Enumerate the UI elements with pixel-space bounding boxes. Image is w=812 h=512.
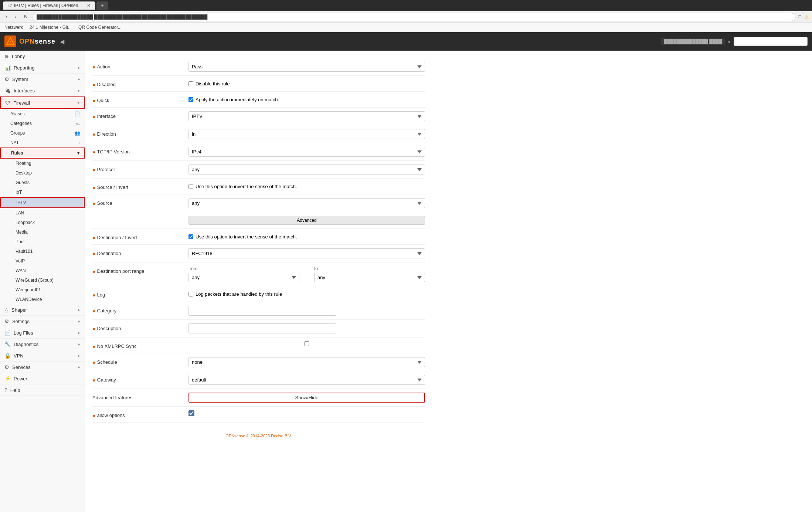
- sidebar-item-interfaces[interactable]: 🔌 Interfaces ▸: [0, 85, 85, 96]
- gateway-select[interactable]: default: [188, 375, 425, 385]
- source-invert-checkbox-label[interactable]: Use this option to invert the sense of t…: [188, 182, 425, 189]
- sidebar-item-help[interactable]: ? Help: [0, 384, 85, 396]
- category-input[interactable]: [188, 306, 336, 316]
- sidebar-sub-guests[interactable]: Guests: [0, 178, 85, 187]
- dest-control: RFC1918: [188, 248, 425, 258]
- sidebar-item-vpn[interactable]: 🔒 VPN ▸: [0, 350, 85, 362]
- sidebar-item-reporting[interactable]: 📊 Reporting ▸: [0, 62, 85, 74]
- refresh-button[interactable]: ↻: [21, 13, 30, 21]
- sidebar-item-log-files[interactable]: 📄 Log Files ▸: [0, 327, 85, 339]
- top-nav: ! OPNsense ◀ ██████████████ ████ ●: [0, 32, 812, 51]
- active-tab[interactable]: 🛡 IPTV | Rules | Firewall | OPNsen... ✕: [3, 1, 95, 10]
- back-button[interactable]: ‹: [3, 13, 10, 21]
- sidebar-sub-wireguard-group[interactable]: WireGuard (Group): [0, 275, 85, 285]
- category-control: [188, 306, 425, 316]
- dest-port-control: from: any to: any: [188, 266, 425, 282]
- sidebar-item-shaper[interactable]: △ Shaper ▸: [0, 304, 85, 316]
- show-hide-button[interactable]: Show/Hide: [188, 393, 425, 403]
- bookmark-milestone[interactable]: 24.1 Milestone - Git...: [28, 24, 73, 31]
- sidebar-sub-aliases[interactable]: Aliases 📄: [0, 109, 85, 119]
- firewall-icon: 🛡: [5, 100, 10, 106]
- print-label: Print: [16, 239, 25, 244]
- sidebar-item-settings[interactable]: ⚙ Settings ▸: [0, 316, 85, 327]
- sidebar-item-label-power: Power: [14, 376, 27, 382]
- log-checkbox[interactable]: [188, 292, 193, 296]
- dest-port-to-col: to: any: [314, 266, 425, 282]
- source-select[interactable]: any: [188, 198, 425, 208]
- dest-port-to-select[interactable]: any: [314, 273, 425, 282]
- sidebar-sub-wireguard01[interactable]: Wireguard01: [0, 285, 85, 295]
- log-checkbox-label[interactable]: Log packets that are handled by this rul…: [188, 290, 425, 297]
- shaper-icon: △: [4, 307, 9, 313]
- sidebar-item-label-settings: Settings: [12, 319, 30, 324]
- sidebar-sub-desktop[interactable]: Desktop: [0, 168, 85, 178]
- sidebar-collapse-button[interactable]: ◀: [60, 38, 64, 45]
- source-advanced-button[interactable]: Advanced: [188, 216, 425, 225]
- interface-select[interactable]: IPTV: [188, 111, 425, 121]
- action-control: Pass: [188, 62, 425, 72]
- logo-text: OPNsense: [19, 38, 55, 45]
- sidebar-sub-iot[interactable]: IoT: [0, 187, 85, 197]
- diagnostics-arrow: ▸: [78, 342, 80, 347]
- xmlrpc-checkbox[interactable]: [188, 341, 425, 346]
- tcpip-select[interactable]: IPv4: [188, 147, 425, 157]
- sidebar-item-services[interactable]: ⚙ Services ▸: [0, 362, 85, 373]
- footer: OPNsense © 2014-2023 Deciso B.V.: [92, 430, 425, 442]
- sidebar-sub-rules[interactable]: Rules ▾: [0, 148, 85, 159]
- sidebar-sub-nat[interactable]: NAT ↕: [0, 138, 85, 148]
- sidebar-sub-vault101[interactable]: Vault101: [0, 247, 85, 256]
- sidebar-sub-floating[interactable]: Floating: [0, 159, 85, 168]
- sidebar-sub-lan[interactable]: LAN: [0, 208, 85, 218]
- sidebar-sub-iptv[interactable]: IPTV: [0, 197, 85, 208]
- bookmark-qr[interactable]: QR Code Generator...: [77, 24, 123, 31]
- direction-control: in: [188, 129, 425, 139]
- vpn-icon: 🔒: [4, 353, 11, 359]
- quick-checkbox[interactable]: [188, 97, 193, 102]
- dest-invert-checkbox-label[interactable]: Use this option to invert the sense of t…: [188, 233, 425, 240]
- quick-checkbox-label[interactable]: Apply the action immediately on match.: [188, 95, 425, 102]
- dest-invert-checkbox[interactable]: [188, 234, 193, 239]
- sidebar-sub-wlandevice[interactable]: WLANDevice: [0, 295, 85, 304]
- sidebar-sub-loopback[interactable]: Loopback: [0, 218, 85, 227]
- address-bar[interactable]: [33, 13, 795, 21]
- disabled-checkbox-label[interactable]: Disable this rule: [188, 79, 425, 87]
- schedule-select[interactable]: none: [188, 357, 425, 367]
- search-input[interactable]: [734, 37, 808, 46]
- sidebar-item-power[interactable]: ⚡ Power: [0, 373, 85, 384]
- source-invert-checkbox[interactable]: [188, 184, 193, 189]
- sidebar-sub-wan[interactable]: WAN: [0, 266, 85, 275]
- new-tab-button[interactable]: +: [96, 1, 108, 10]
- destination-select[interactable]: RFC1918: [188, 248, 425, 258]
- tab-close-icon[interactable]: ✕: [87, 3, 91, 8]
- sidebar-sub-categories[interactable]: Categories 🏷: [0, 119, 85, 128]
- wan-label: WAN: [16, 268, 26, 273]
- advanced-features-control: Show/Hide: [188, 393, 425, 403]
- sidebar-sub-print[interactable]: Print: [0, 237, 85, 247]
- source-advanced-control: Advanced: [188, 216, 425, 225]
- sidebar: ⊕ Lobby 📊 Reporting ▸ ⚙ System ▸ 🔌 Inter…: [0, 51, 85, 512]
- logo: ! OPNsense: [4, 35, 55, 47]
- sidebar-sub-media[interactable]: Media: [0, 227, 85, 237]
- allow-options-checkbox[interactable]: [188, 410, 194, 416]
- browser-icons: 🛡 ⚠: [798, 14, 809, 20]
- sidebar-item-diagnostics[interactable]: 🔧 Diagnostics ▸: [0, 339, 85, 350]
- sidebar-sub-groups[interactable]: Groups 👥: [0, 128, 85, 138]
- allow-options-req-icon: ●: [92, 413, 95, 418]
- rules-label: Rules: [11, 150, 23, 156]
- forward-button[interactable]: ›: [12, 13, 18, 21]
- disabled-checkbox[interactable]: [188, 81, 193, 86]
- protocol-select[interactable]: any: [188, 165, 425, 174]
- action-select[interactable]: Pass: [188, 62, 425, 72]
- direction-select[interactable]: in: [188, 129, 425, 139]
- dest-row: ● Destination RFC1918: [92, 245, 425, 262]
- sidebar-sub-voip[interactable]: VoIP: [0, 256, 85, 266]
- sidebar-item-system[interactable]: ⚙ System ▸: [0, 74, 85, 85]
- power-icon: ⚡: [4, 376, 11, 382]
- description-input[interactable]: [188, 323, 336, 333]
- bookmark-netzwerk[interactable]: Netzwerk: [3, 24, 24, 31]
- sidebar-item-lobby[interactable]: ⊕ Lobby: [0, 51, 85, 62]
- action-label: ● Action: [92, 62, 188, 70]
- dest-port-from-select[interactable]: any: [188, 273, 299, 282]
- schedule-row: ● Schedule none: [92, 353, 425, 371]
- sidebar-item-firewall[interactable]: 🛡 Firewall ▾: [0, 96, 85, 109]
